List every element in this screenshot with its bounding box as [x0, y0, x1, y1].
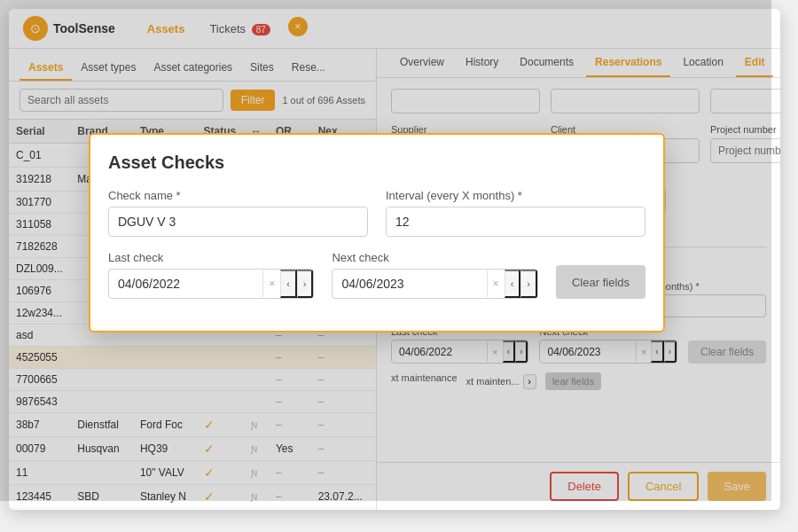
modal-last-check-group: Last check 04/06/2022 × ‹ ›: [108, 251, 314, 299]
cell-brand: Jabra: [70, 509, 133, 511]
modal-next-check-label: Next check: [332, 251, 537, 264]
modal-next-check-group: Next check 04/06/2023 × ‹ ›: [332, 251, 537, 299]
modal-next-check-next[interactable]: ›: [520, 270, 537, 298]
modal-name-interval-row: Check name * Interval (every X months) *: [108, 189, 645, 237]
modal-next-check-prev[interactable]: ‹: [505, 270, 521, 298]
modal-next-check-field: 04/06/2023 × ‹ ›: [332, 269, 537, 299]
modal-next-check-clear-icon[interactable]: ×: [487, 270, 505, 297]
cell-serial: ttes: [9, 509, 70, 511]
asset-checks-modal: Asset Checks Check name * Interval (ever…: [89, 133, 665, 332]
modal-clear-fields-button[interactable]: Clear fields: [556, 265, 645, 299]
modal-check-name-input[interactable]: [108, 207, 368, 237]
modal-last-check-field: 04/06/2022 × ‹ ›: [108, 269, 314, 299]
cell-status: ✓: [197, 509, 244, 511]
cell-next: –: [311, 509, 376, 511]
modal-interval-input[interactable]: [386, 207, 645, 237]
cell-io: Ɲ: [244, 509, 269, 511]
modal-dates-row: Last check 04/06/2022 × ‹ › Next check 0…: [108, 251, 645, 299]
modal-title: Asset Checks: [108, 153, 645, 173]
modal-interval-group: Interval (every X months) *: [386, 189, 645, 237]
modal-interval-label: Interval (every X months) *: [386, 189, 645, 202]
modal-last-check-label: Last check: [108, 251, 314, 264]
table-row[interactable]: ttes Jabra 9400BS ✓ Ɲ – –: [9, 509, 376, 511]
modal-last-check-clear-icon[interactable]: ×: [262, 270, 280, 297]
modal-last-check-value: 04/06/2022: [109, 270, 262, 298]
modal-overlay: Asset Checks Check name * Interval (ever…: [0, 0, 771, 501]
modal-check-name-label: Check name *: [108, 189, 368, 202]
modal-next-check-value: 04/06/2023: [332, 270, 486, 298]
cell-type: 9400BS: [133, 509, 197, 511]
modal-last-check-prev[interactable]: ‹: [280, 270, 297, 298]
modal-last-check-next[interactable]: ›: [297, 270, 314, 298]
cell-qr: –: [269, 509, 311, 511]
modal-check-name-group: Check name *: [108, 189, 368, 237]
